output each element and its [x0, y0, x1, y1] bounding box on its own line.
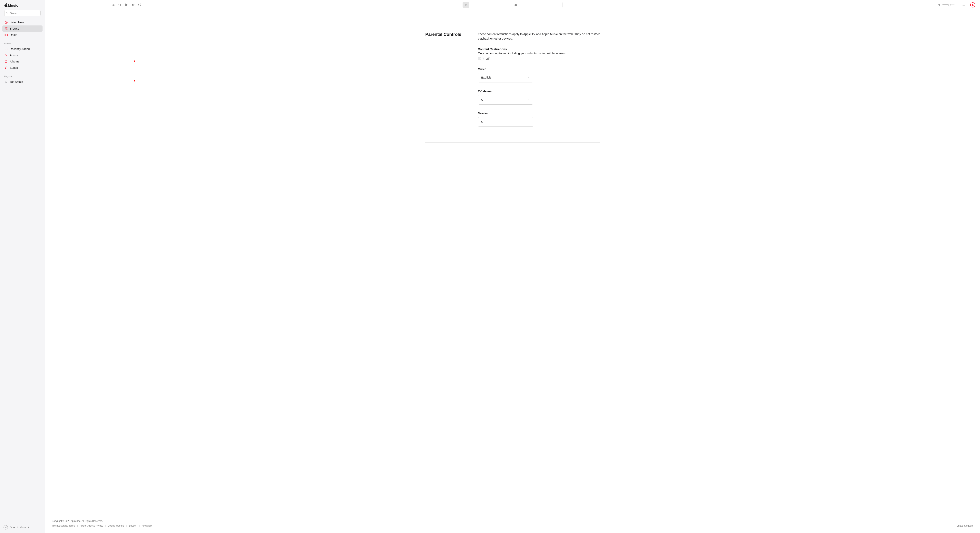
sidebar-item-radio[interactable]: Radio: [2, 32, 43, 38]
movies-rating-label: Movies: [478, 112, 600, 115]
movies-rating-select[interactable]: U: [478, 117, 533, 127]
next-button[interactable]: [131, 3, 135, 6]
broadcast-icon: [4, 33, 8, 36]
sidebar-item-recently-added[interactable]: Recently Added: [2, 46, 43, 52]
mic-icon: [4, 54, 8, 57]
volume-slider[interactable]: [942, 5, 955, 5]
chevron-down-icon: [527, 121, 530, 123]
sidebar-item-playlist[interactable]: Top Artists: [2, 79, 43, 85]
music-note-icon: [3, 525, 8, 530]
footer-link[interactable]: Internet Service Terms: [52, 524, 75, 527]
annotation-arrow: [123, 81, 135, 81]
svg-rect-6: [5, 29, 6, 30]
section-title: Parental Controls: [425, 32, 478, 131]
section-heading-library: Library: [2, 40, 43, 46]
page-footer: Copyright © 2022 Apple Inc. All Rights R…: [45, 516, 980, 533]
section-heading-playlists: Playlists: [2, 73, 43, 79]
sidebar-item-albums[interactable]: Albums: [2, 58, 43, 65]
sidebar: Music Listen Now Browse Radio: [0, 0, 45, 533]
sidebar-item-label: Browse: [10, 27, 19, 30]
svg-point-8: [6, 35, 6, 35]
chevron-down-icon: [527, 76, 530, 79]
sidebar-item-label: Listen Now: [10, 21, 24, 24]
footer-link[interactable]: Apple Music & Privacy: [80, 524, 103, 527]
now-playing-artwork-placeholder: [463, 2, 469, 8]
sidebar-item-label: Artists: [10, 54, 18, 57]
playlist-icon: [4, 80, 8, 83]
queue-button[interactable]: [962, 3, 966, 7]
content-restrictions-heading: Content Restrictions: [478, 48, 600, 51]
sidebar-item-listen-now[interactable]: Listen Now: [2, 19, 43, 25]
repeat-button[interactable]: [138, 3, 141, 6]
music-rating-label: Music: [478, 67, 600, 71]
account-button[interactable]: [970, 2, 975, 8]
sidebar-item-label: Top Artists: [10, 80, 23, 83]
company-link[interactable]: Apple Inc.: [70, 520, 81, 522]
now-playing-lcd[interactable]: [463, 2, 563, 8]
album-icon: [4, 60, 8, 63]
sidebar-item-label: Radio: [10, 33, 17, 36]
content-restrictions-subtext: Only content up to and including your se…: [478, 51, 600, 55]
svg-text:Music: Music: [8, 3, 18, 8]
content-restrictions-toggle[interactable]: [478, 57, 484, 60]
sidebar-item-label: Recently Added: [10, 48, 30, 51]
search-input[interactable]: [4, 10, 41, 16]
svg-rect-5: [6, 27, 7, 29]
open-in-music-button[interactable]: Open in Music ↗: [3, 525, 41, 530]
svg-point-1: [6, 12, 8, 13]
footer-link[interactable]: Feedback: [142, 524, 152, 527]
app-logo[interactable]: Music: [0, 2, 45, 10]
parental-controls-section: Parental Controls These content restrict…: [425, 23, 600, 142]
shuffle-button[interactable]: [112, 3, 115, 6]
svg-line-2: [8, 13, 8, 14]
open-in-music-label: Open in Music ↗: [10, 526, 30, 529]
grid-icon: [4, 27, 8, 30]
search-icon: [6, 11, 9, 15]
svg-rect-4: [5, 27, 6, 29]
main-pane: Parental Controls These content restrict…: [45, 0, 980, 533]
music-rating-value: Explicit: [481, 76, 491, 79]
now-playing-center: [469, 2, 562, 8]
play-circle-icon: [4, 21, 8, 24]
chevron-down-icon: [527, 98, 530, 101]
sidebar-item-label: Albums: [10, 60, 19, 63]
person-icon: [971, 3, 974, 6]
sidebar-item-songs[interactable]: Songs: [2, 65, 43, 71]
tv-rating-value: U: [481, 98, 483, 102]
footer-link[interactable]: Cookie Warning: [108, 524, 124, 527]
top-bar: [45, 0, 980, 10]
apple-icon: [5, 3, 8, 7]
volume-icon: [938, 3, 941, 6]
apple-icon: [514, 3, 517, 6]
region-selector[interactable]: United Kingdom: [957, 524, 973, 527]
music-rating-select[interactable]: Explicit: [478, 73, 533, 82]
movies-rating-value: U: [481, 120, 483, 124]
content-restrictions-state: Off: [486, 57, 490, 60]
svg-rect-11: [5, 61, 7, 62]
annotation-arrow: [112, 61, 135, 61]
sidebar-item-browse[interactable]: Browse: [2, 25, 43, 32]
clock-icon: [4, 48, 8, 51]
previous-button[interactable]: [118, 3, 121, 6]
tv-rating-label: TV shows: [478, 89, 600, 93]
note-icon: [4, 66, 8, 69]
copyright-suffix: All Rights Reserved.: [81, 520, 103, 522]
svg-rect-7: [6, 29, 7, 30]
section-description: These content restrictions apply to Appl…: [478, 32, 600, 41]
volume-control[interactable]: [938, 3, 955, 6]
play-button[interactable]: [124, 3, 129, 7]
sidebar-item-artists[interactable]: Artists: [2, 52, 43, 58]
sidebar-item-label: Songs: [10, 66, 18, 69]
copyright-text: Copyright © 2022: [52, 520, 70, 522]
footer-link[interactable]: Support: [129, 524, 137, 527]
svg-point-19: [972, 4, 973, 5]
tv-rating-select[interactable]: U: [478, 95, 533, 105]
